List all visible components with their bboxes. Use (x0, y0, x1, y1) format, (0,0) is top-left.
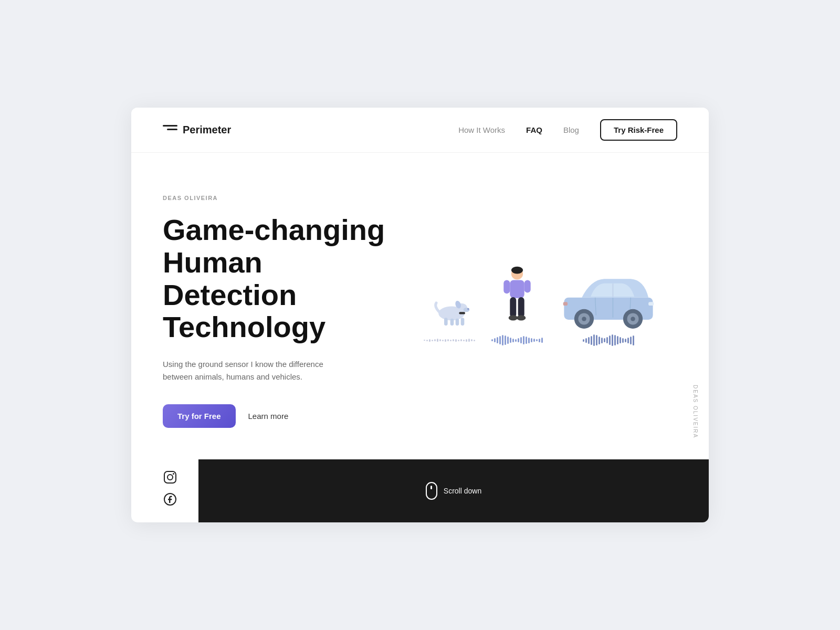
svg-rect-31 (563, 302, 568, 306)
hero-title: Game-changing Human Detection Technology (163, 214, 404, 343)
social-sidebar (131, 459, 198, 522)
logo-icon (163, 125, 177, 135)
hero-description: Using the ground sensor I know the diffe… (163, 358, 352, 383)
scroll-label: Scroll down (444, 487, 481, 495)
svg-rect-32 (164, 471, 176, 483)
svg-rect-9 (459, 312, 465, 314)
navbar: Perimeter How It Works FAQ Blog Try Risk… (131, 108, 709, 153)
svg-rect-30 (648, 302, 654, 306)
scroll-mouse-icon (426, 482, 437, 500)
svg-rect-16 (518, 297, 524, 318)
side-label: DEAS OLIVEIRA (692, 385, 698, 438)
learn-more-button[interactable]: Learn more (248, 412, 289, 421)
svg-point-26 (582, 317, 586, 321)
svg-point-34 (173, 473, 174, 475)
car-svg (559, 271, 658, 329)
logo[interactable]: Perimeter (163, 124, 231, 136)
hero-section: DEAS OLIVEIRA Game-changing Human Detect… (131, 153, 709, 459)
bottom-section: Scroll down (131, 459, 709, 522)
svg-point-33 (167, 475, 173, 480)
try-for-free-button[interactable]: Try for Free (163, 404, 236, 428)
svg-point-17 (509, 315, 518, 320)
nav-how-it-works[interactable]: How It Works (458, 125, 505, 134)
dog-svg (423, 287, 476, 329)
svg-point-11 (511, 267, 523, 274)
nav-blog[interactable]: Blog (563, 125, 579, 134)
svg-rect-14 (524, 280, 531, 292)
hero-illustrations (404, 266, 677, 357)
car-illustration (559, 271, 658, 346)
svg-rect-5 (444, 318, 448, 326)
facebook-icon[interactable] (163, 492, 177, 507)
hero-author: DEAS OLIVEIRA (163, 195, 404, 201)
car-waveform (583, 334, 634, 346)
svg-rect-12 (510, 280, 524, 298)
hero-buttons: Try for Free Learn more (163, 404, 404, 428)
browser-frame: Perimeter How It Works FAQ Blog Try Risk… (131, 108, 709, 522)
instagram-icon[interactable] (163, 470, 177, 485)
dog-waveform (424, 334, 475, 346)
scroll-wheel (430, 486, 432, 489)
brand-name: Perimeter (183, 124, 231, 136)
svg-rect-7 (456, 319, 459, 326)
svg-point-18 (517, 315, 526, 320)
logo-line-2 (167, 129, 177, 130)
svg-rect-13 (503, 280, 510, 293)
person-svg (499, 266, 536, 329)
person-waveform (491, 334, 543, 346)
person-illustration (491, 266, 543, 346)
svg-rect-15 (510, 297, 516, 318)
hero-title-line1: Game-changing (163, 213, 385, 246)
nav-cta-button[interactable]: Try Risk-Free (600, 119, 677, 141)
svg-point-4 (467, 308, 469, 310)
scroll-bar: Scroll down (198, 459, 709, 522)
hero-title-line2: Human Detection (163, 246, 297, 311)
svg-rect-8 (461, 318, 465, 326)
hero-content: DEAS OLIVEIRA Game-changing Human Detect… (163, 195, 404, 427)
svg-rect-6 (450, 319, 454, 326)
dog-illustration (423, 287, 476, 346)
nav-links: How It Works FAQ Blog Try Risk-Free (458, 119, 677, 141)
nav-faq[interactable]: FAQ (526, 125, 542, 134)
hero-title-line3: Technology (163, 310, 326, 343)
logo-line-1 (163, 125, 177, 127)
svg-point-29 (631, 317, 635, 321)
